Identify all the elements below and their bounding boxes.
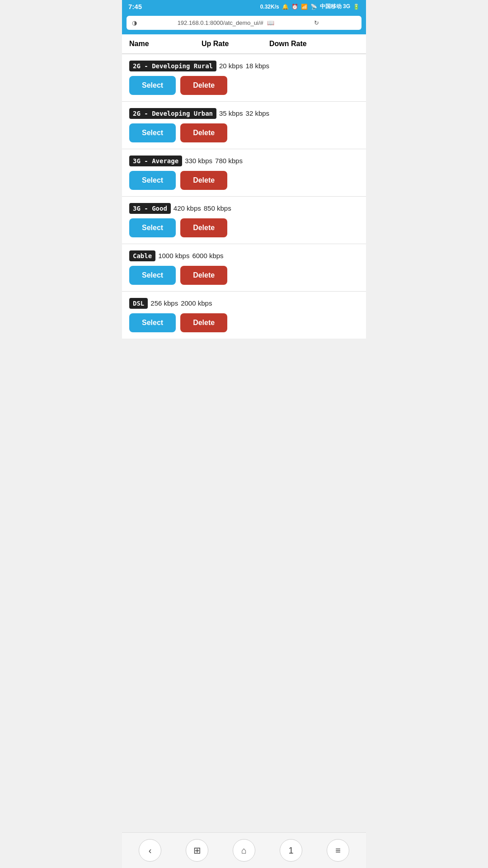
delete-button[interactable]: Delete <box>180 313 227 332</box>
bell-icon: 🔔 <box>282 4 289 10</box>
status-right: 0.32K/s 🔔 ⏰ 📶 📡 中国移动 3G 🔋 <box>260 3 360 10</box>
alarm-icon: ⏰ <box>291 4 298 10</box>
select-button[interactable]: Select <box>129 218 176 237</box>
status-speed: 0.32K/s <box>260 4 279 10</box>
table-row: 2G - Developing Urban 35 kbps 32 kbps Se… <box>122 101 366 149</box>
network-name-badge: 2G - Developing Urban <box>129 108 216 119</box>
table-row: 2G - Developing Rural 20 kbps 18 kbps Se… <box>122 54 366 101</box>
carrier-label: 中国移动 3G <box>320 3 350 10</box>
table-row: 3G - Good 420 kbps 850 kbps Select Delet… <box>122 196 366 244</box>
page-icon: ◑ <box>132 19 174 26</box>
page-content: Name Up Rate Down Rate 2G - Developing R… <box>122 34 366 375</box>
network-name-badge: 3G - Good <box>129 203 171 214</box>
select-button[interactable]: Select <box>129 76 176 95</box>
wifi-icon: 📶 <box>301 4 308 10</box>
signal-icon: 📡 <box>310 4 317 10</box>
network-name-badge: 3G - Average <box>129 156 182 166</box>
up-rate-value: 1000 kbps <box>158 252 189 259</box>
delete-button[interactable]: Delete <box>180 266 227 285</box>
bookmark-icon: 📖 <box>267 19 309 26</box>
header-name: Name <box>129 40 202 48</box>
select-button[interactable]: Select <box>129 313 176 332</box>
url-text: 192.168.0.1:8000/atc_demo_ui/# <box>178 19 263 26</box>
status-time: 7:45 <box>128 3 142 10</box>
table-body: 2G - Developing Rural 20 kbps 18 kbps Se… <box>122 54 366 339</box>
table-header: Name Up Rate Down Rate <box>122 34 366 54</box>
down-rate-value: 780 kbps <box>215 157 243 165</box>
down-rate-value: 850 kbps <box>204 204 231 212</box>
network-name-badge: DSL <box>129 298 148 309</box>
delete-button[interactable]: Delete <box>180 123 227 142</box>
up-rate-value: 420 kbps <box>174 204 201 212</box>
down-rate-value: 2000 kbps <box>181 299 212 307</box>
select-button[interactable]: Select <box>129 266 176 285</box>
up-rate-value: 256 kbps <box>150 299 178 307</box>
address-input-container[interactable]: ◑ 192.168.0.1:8000/atc_demo_ui/# 📖 ↻ <box>127 16 361 30</box>
down-rate-value: 32 kbps <box>246 109 270 117</box>
select-button[interactable]: Select <box>129 171 176 190</box>
reload-icon[interactable]: ↻ <box>314 19 356 26</box>
status-bar: 7:45 0.32K/s 🔔 ⏰ 📶 📡 中国移动 3G 🔋 <box>122 0 366 13</box>
header-down-rate: Down Rate <box>269 40 359 48</box>
network-name-badge: 2G - Developing Rural <box>129 61 216 71</box>
address-bar: ◑ 192.168.0.1:8000/atc_demo_ui/# 📖 ↻ <box>122 13 366 34</box>
down-rate-value: 6000 kbps <box>192 252 223 259</box>
up-rate-value: 330 kbps <box>185 157 212 165</box>
header-up-rate: Up Rate <box>202 40 269 48</box>
down-rate-value: 18 kbps <box>246 62 270 70</box>
delete-button[interactable]: Delete <box>180 76 227 95</box>
select-button[interactable]: Select <box>129 123 176 142</box>
battery-icon: 🔋 <box>353 4 360 10</box>
table-row: DSL 256 kbps 2000 kbps Select Delete <box>122 291 366 339</box>
network-name-badge: Cable <box>129 250 155 261</box>
up-rate-value: 35 kbps <box>219 109 243 117</box>
up-rate-value: 20 kbps <box>219 62 243 70</box>
delete-button[interactable]: Delete <box>180 218 227 237</box>
table-row: Cable 1000 kbps 6000 kbps Select Delete <box>122 244 366 291</box>
table-row: 3G - Average 330 kbps 780 kbps Select De… <box>122 149 366 196</box>
delete-button[interactable]: Delete <box>180 171 227 190</box>
